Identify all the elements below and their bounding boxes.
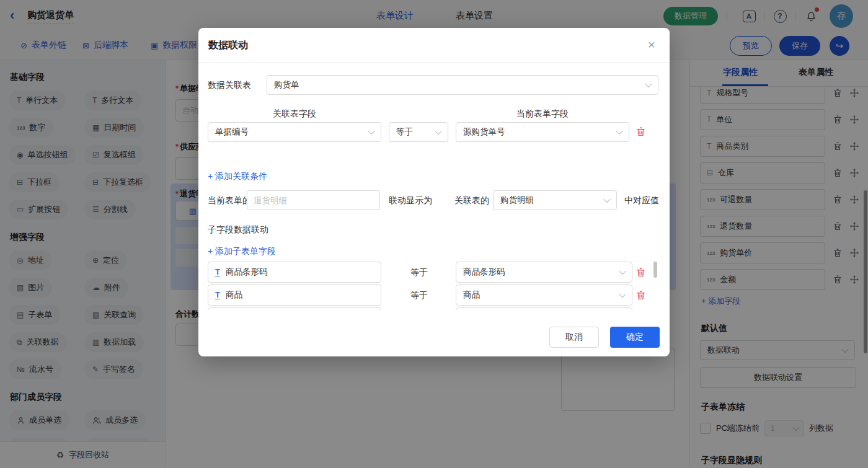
add-subfield-link[interactable]: + 添加子表单字段	[208, 246, 276, 257]
current-form-prefix-label: 当前表单的	[208, 190, 251, 210]
relation-detail-value: 购货明细	[500, 195, 534, 206]
relation-table-select[interactable]: 购货单	[267, 75, 658, 95]
chevron-down-icon	[368, 128, 374, 135]
text-icon: T	[215, 291, 220, 299]
subfield-linkage-title: 子字段数据联动	[208, 224, 268, 236]
chevron-down-icon	[616, 128, 622, 135]
subfield-left-box[interactable]: T商品条形码	[208, 262, 381, 283]
modal-title: 数据联动	[208, 28, 248, 62]
left-column-header: 关联表字段	[208, 108, 381, 120]
subfield-right-value: 商品条形码	[463, 267, 505, 278]
form-designer-app: ‹ 购货退货单 表单设计 表单设置 数据管理 A ? 存 ⊘ 表单外链 ⊠ 后端…	[0, 0, 868, 468]
condition-operator-value: 等于	[396, 126, 413, 138]
add-condition-link[interactable]: + 添加关联条件	[208, 171, 267, 182]
relation-table-prefix-label: 关联表的	[454, 190, 489, 210]
cancel-button[interactable]: 取消	[549, 327, 599, 348]
cancel-label: 取消	[565, 332, 583, 343]
confirm-button[interactable]: 确定	[610, 327, 660, 348]
corresponding-value-label: 中对应值	[624, 190, 659, 210]
right-column-header: 当前表单字段	[456, 108, 629, 120]
condition-operator-select[interactable]: 等于	[389, 122, 448, 142]
text-icon: T	[215, 268, 220, 276]
subfield-right-select-clipped[interactable]	[456, 307, 632, 311]
delete-condition-icon[interactable]	[636, 127, 645, 136]
data-linkage-modal: 数据联动 × 数据关联表 购货单 关联表字段 当前表单字段 单据编号 等于 源购…	[198, 28, 670, 356]
linkage-display-label: 联动显示为	[389, 190, 432, 210]
subfield-left-value: 商品条形码	[226, 267, 268, 278]
condition-right-select[interactable]: 源购货单号	[456, 122, 629, 142]
subfield-right-select[interactable]: 商品条形码	[456, 262, 632, 283]
display-field-input[interactable]	[247, 190, 380, 210]
condition-right-value: 源购货单号	[463, 126, 505, 138]
subfield-op-label: 等于	[410, 262, 428, 283]
subfield-right-value: 商品	[463, 289, 480, 301]
subfield-right-select[interactable]: 商品	[456, 285, 632, 306]
confirm-label: 确定	[626, 332, 644, 343]
subfield-left-box[interactable]: T商品	[208, 285, 381, 306]
chevron-down-icon	[435, 128, 441, 135]
chevron-down-icon	[619, 291, 626, 298]
modal-header-divider	[198, 62, 670, 63]
delete-subfield-icon[interactable]	[636, 268, 645, 277]
close-icon[interactable]: ×	[644, 37, 660, 53]
condition-left-value: 单据编号	[215, 126, 249, 138]
subfield-op-label: 等于	[410, 285, 428, 306]
condition-left-select[interactable]: 单据编号	[208, 122, 381, 142]
relation-table-value: 购货单	[274, 79, 299, 91]
subfield-rows-scroll-area: T商品条形码 等于 商品条形码 T商品 等于 商品	[198, 261, 670, 311]
chevron-down-icon	[645, 81, 652, 87]
subfield-left-value: 商品	[226, 289, 242, 301]
chevron-down-icon	[603, 196, 610, 203]
subfield-scrollbar[interactable]	[653, 262, 657, 278]
delete-subfield-icon[interactable]	[636, 291, 645, 300]
subfield-left-box-clipped[interactable]	[208, 307, 381, 311]
chevron-down-icon	[619, 268, 626, 275]
relation-table-label: 数据关联表	[208, 75, 251, 95]
relation-detail-select[interactable]: 购货明细	[493, 190, 617, 210]
